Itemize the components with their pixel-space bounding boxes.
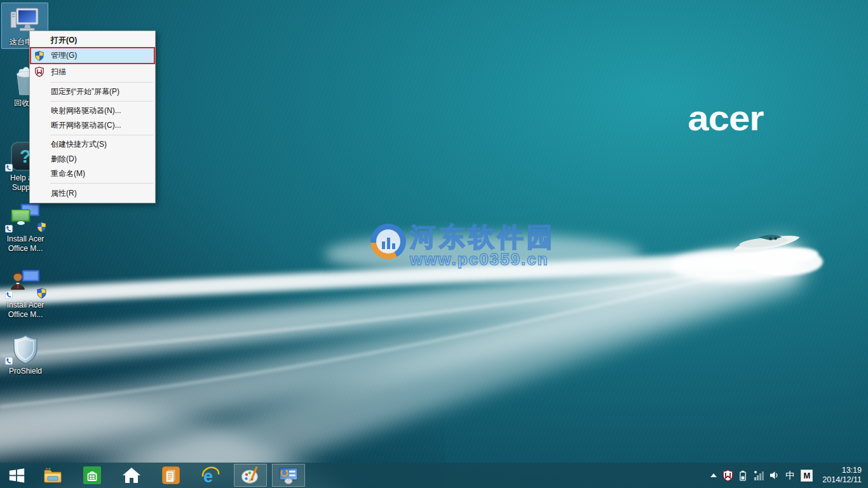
shortcut-arrow-icon <box>5 357 13 365</box>
uac-shield-icon <box>35 51 44 61</box>
taskbar-home-app[interactable] <box>112 463 151 488</box>
ime-mode-icon[interactable]: M <box>801 470 813 482</box>
menu-separator <box>50 101 153 102</box>
paint-icon <box>241 466 260 484</box>
menu-separator <box>50 183 153 184</box>
home-icon <box>122 466 141 484</box>
uac-shield-icon <box>37 288 46 299</box>
taskbar-paint-active[interactable] <box>234 464 267 487</box>
installer-person-icon <box>3 268 48 299</box>
network-signal-icon[interactable] <box>752 470 764 480</box>
menu-item-open[interactable]: 打开(O) <box>30 33 155 48</box>
desktop-icon-install-acer-office-1[interactable]: Install Acer Office M... <box>3 200 48 255</box>
taskbar-internet-explorer[interactable]: e <box>191 463 230 488</box>
windows-logo-icon <box>8 467 25 484</box>
system-tray: 中 M 13:19 2014/12/11 <box>710 463 868 488</box>
taskbar: e <box>0 463 868 488</box>
taskbar-clock[interactable]: 13:19 2014/12/11 <box>822 466 862 485</box>
menu-item-map-network-drive[interactable]: 映射网络驱动器(N)... <box>30 104 155 118</box>
store-icon <box>83 466 101 484</box>
desktop-icon-proshield[interactable]: ProShield <box>3 332 48 378</box>
icon-label: ProShield <box>3 367 48 376</box>
file-explorer-icon <box>43 467 62 484</box>
menu-separator <box>50 82 153 83</box>
svg-text:e: e <box>203 467 213 485</box>
mcafee-shield-icon <box>35 67 44 77</box>
taskbar-file-explorer[interactable] <box>33 463 72 488</box>
context-menu: 打开(O) 管理(G) 扫描 固定到“开始”屏幕(P) 映射网络驱动器(N)..… <box>29 30 156 203</box>
watermark-site-url: www.pc0359.cn <box>410 250 549 269</box>
proshield-icon <box>3 334 48 365</box>
acer-wallpaper-logo: acer <box>662 98 789 139</box>
clock-time: 13:19 <box>822 466 862 475</box>
volume-icon[interactable] <box>770 470 780 480</box>
internet-explorer-icon: e <box>200 466 220 485</box>
shortcut-arrow-icon <box>5 164 13 172</box>
shortcut-arrow-icon <box>5 225 13 233</box>
installer-icon <box>3 202 48 233</box>
uac-shield-icon <box>37 222 46 233</box>
watermark-globe-icon <box>370 224 406 259</box>
icon-label: Install Acer Office M... <box>3 234 48 254</box>
icon-label: Install Acer Office M... <box>3 301 48 320</box>
taskbar-notes-app[interactable] <box>151 463 191 488</box>
battery-icon[interactable] <box>739 470 747 481</box>
taskbar-config-tool-active[interactable] <box>272 464 305 487</box>
mcafee-tray-icon[interactable] <box>722 470 733 482</box>
clock-date: 2014/12/11 <box>822 475 862 485</box>
menu-item-scan[interactable]: 扫描 <box>30 64 155 80</box>
menu-separator <box>50 135 153 135</box>
menu-item-pin-to-start[interactable]: 固定到“开始”屏幕(P) <box>30 85 155 99</box>
menu-item-rename[interactable]: 重命名(M) <box>30 166 155 181</box>
menu-item-manage[interactable]: 管理(G) <box>30 48 155 64</box>
show-hidden-icons-arrow[interactable] <box>710 473 717 477</box>
notes-app-icon <box>162 466 180 484</box>
start-button[interactable] <box>0 463 33 488</box>
shortcut-arrow-icon <box>5 291 13 299</box>
site-watermark: 河东软件园 www.pc0359.cn <box>370 220 561 274</box>
menu-item-disconnect-network-drive[interactable]: 断开网络驱动器(C)... <box>30 118 155 133</box>
menu-item-delete[interactable]: 删除(D) <box>30 152 155 166</box>
config-tool-icon <box>279 466 298 484</box>
desktop: acer 河东软件园 www.pc0359.cn 这台电脑 <box>0 0 868 488</box>
ime-language-indicator[interactable]: 中 <box>785 470 795 481</box>
menu-item-properties[interactable]: 属性(R) <box>30 186 155 201</box>
desktop-icon-install-acer-office-2[interactable]: Install Acer Office M... <box>3 266 48 322</box>
taskbar-windows-store[interactable] <box>72 463 112 488</box>
menu-item-create-shortcut[interactable]: 创建快捷方式(S) <box>30 137 155 152</box>
